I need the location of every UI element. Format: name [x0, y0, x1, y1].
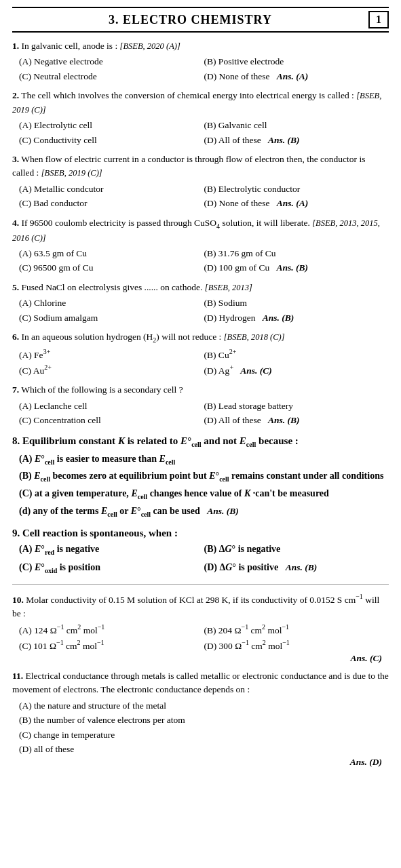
question-2: 2. The cell which involves the conversio… [12, 89, 389, 147]
question-4: 4. If 96500 coulomb electricity is passe… [12, 216, 389, 275]
q8-optD: (d) any of the terms Ecell or E°cell can… [19, 504, 389, 520]
q11-optC: (C) change in temperature [19, 728, 389, 743]
q7-optA: (A) Leclanche cell [19, 399, 204, 414]
page-number: 1 [368, 11, 389, 28]
question-6: 6. In an aqueous solution hydrogen (H2) … [12, 330, 389, 378]
q11-options: (A) the nature and structure of the meta… [19, 698, 389, 757]
q5-optD: (D) Hydrogen Ans. (B) [204, 311, 389, 326]
q4-options: (A) 63.5 gm of Cu (B) 31.76 gm of Cu (C)… [19, 246, 389, 275]
q4-optA: (A) 63.5 gm of Cu [19, 246, 204, 261]
q10-optA: (A) 124 Ω−1 cm2 mol−1 [19, 622, 204, 637]
q6-text: 6. In an aqueous solution hydrogen (H2) … [12, 330, 389, 345]
q10-optB: (B) 204 Ω−1 cm2 mol−1 [204, 622, 389, 637]
q3-optA: (A) Metallic condcutor [19, 182, 204, 197]
q2-optC: (C) Conductivity cell [19, 133, 204, 148]
q9-text: 9. Cell reaction is spontaneous, when : [12, 526, 389, 541]
section-divider [12, 584, 389, 585]
q10-ans: Ans. (C) [12, 653, 382, 664]
q9-optD: (D) ΔG° is positive Ans. (B) [204, 559, 389, 577]
question-1: 1. In galvanic cell, anode is : [BSEB, 2… [12, 39, 389, 83]
q1-optC: (C) Neutral electrode [19, 69, 204, 84]
q1-optB: (B) Positive electrode [204, 54, 389, 69]
q1-text: 1. In galvanic cell, anode is : [BSEB, 2… [12, 39, 389, 53]
q6-optA: (A) Fe3+ [19, 347, 204, 362]
q9-options: (A) E°red is negative (B) ΔG° is negativ… [19, 540, 389, 577]
q6-optB: (B) Cu2+ [204, 347, 389, 362]
q6-optD: (D) Ag+ Ans. (C) [204, 362, 389, 378]
q7-options: (A) Leclanche cell (B) Lead storage batt… [19, 399, 389, 428]
q2-optD: (D) All of these Ans. (B) [204, 133, 389, 148]
q2-options: (A) Electrolytic cell (B) Galvanic cell … [19, 118, 389, 147]
q7-text: 7. Which of the following is a secondary… [12, 383, 389, 397]
q6-optC: (C) Au2+ [19, 362, 204, 378]
q8-text: 8. Equilibrium constant K is related to … [12, 433, 389, 450]
q7-optC: (C) Concentration cell [19, 413, 204, 428]
q4-optC: (C) 96500 gm of Cu [19, 260, 204, 275]
q3-text: 3. When flow of electric current in a co… [12, 153, 389, 180]
q2-text: 2. The cell which involves the conversio… [12, 89, 389, 117]
q11-text: 11. Electrical conductance through metal… [12, 669, 389, 697]
q1-optD: (D) None of these Ans. (A) [204, 69, 389, 84]
question-5: 5. Fused NaCl on electrolysis gives ....… [12, 281, 389, 325]
q10-text: 10. Molar conductivity of 0.15 M solutio… [12, 591, 389, 620]
chapter-title: 3. ELECTRO CHEMISTRY [12, 13, 368, 27]
q8-optC: (C) at a given temperature, Ecell change… [19, 486, 389, 502]
q4-optD: (D) 100 gm of Cu Ans. (B) [204, 260, 389, 275]
question-10: 10. Molar conductivity of 0.15 M solutio… [12, 591, 389, 664]
q11-optD: (D) all of these [19, 742, 389, 757]
q5-text: 5. Fused NaCl on electrolysis gives ....… [12, 281, 389, 294]
q7-optB: (B) Lead storage battery [204, 399, 389, 414]
q10-optC: (C) 101 Ω−1 cm2 mol−1 [19, 637, 204, 653]
q11-ans: Ans. (D) [12, 757, 382, 768]
q4-text: 4. If 96500 coulomb electricity is passe… [12, 216, 389, 245]
q3-optC: (C) Bad conductor [19, 196, 204, 211]
question-11: 11. Electrical conductance through metal… [12, 669, 389, 768]
question-3: 3. When flow of electric current in a co… [12, 153, 389, 211]
q6-options: (A) Fe3+ (B) Cu2+ (C) Au2+ (D) Ag+ Ans. … [19, 347, 389, 378]
question-9: 9. Cell reaction is spontaneous, when : … [12, 526, 389, 577]
q9-optB: (B) ΔG° is negative [204, 540, 389, 559]
q1-optA: (A) Negative electrode [19, 54, 204, 69]
q10-optD: (D) 300 Ω−1 cm2 mol−1 [204, 637, 389, 653]
q8-optA: (A) E°cell is easier to measure than Ece… [19, 452, 389, 468]
q3-optB: (B) Electrolytic conductor [204, 182, 389, 197]
q10-options: (A) 124 Ω−1 cm2 mol−1 (B) 204 Ω−1 cm2 mo… [19, 622, 389, 653]
q3-optD: (D) None of these Ans. (A) [204, 196, 389, 211]
question-8: 8. Equilibrium constant K is related to … [12, 433, 389, 520]
q5-optB: (B) Sodium [204, 296, 389, 311]
q2-optA: (A) Electrolytic cell [19, 118, 204, 133]
q8-optB: (B) Ecell becomes zero at equilibrium po… [19, 469, 389, 485]
q9-optA: (A) E°red is negative [19, 540, 204, 559]
q7-optD: (D) All of these Ans. (B) [204, 413, 389, 428]
q5-options: (A) Chlorine (B) Sodium (C) Sodium amalg… [19, 296, 389, 325]
q9-optC: (C) E°oxid is position [19, 559, 204, 577]
q5-optA: (A) Chlorine [19, 296, 204, 311]
q11-optB: (B) the number of valence electrons per … [19, 713, 389, 728]
q1-options: (A) Negative electrode (B) Positive elec… [19, 54, 389, 83]
chapter-header: 3. ELECTRO CHEMISTRY 1 [12, 7, 389, 33]
q4-optB: (B) 31.76 gm of Cu [204, 246, 389, 261]
q11-optA: (A) the nature and structure of the meta… [19, 698, 389, 713]
q5-optC: (C) Sodium amalgam [19, 311, 204, 326]
q3-options: (A) Metallic condcutor (B) Electrolytic … [19, 182, 389, 211]
q2-optB: (B) Galvanic cell [204, 118, 389, 133]
question-7: 7. Which of the following is a secondary… [12, 383, 389, 427]
page: 3. ELECTRO CHEMISTRY 1 1. In galvanic ce… [0, 0, 401, 787]
